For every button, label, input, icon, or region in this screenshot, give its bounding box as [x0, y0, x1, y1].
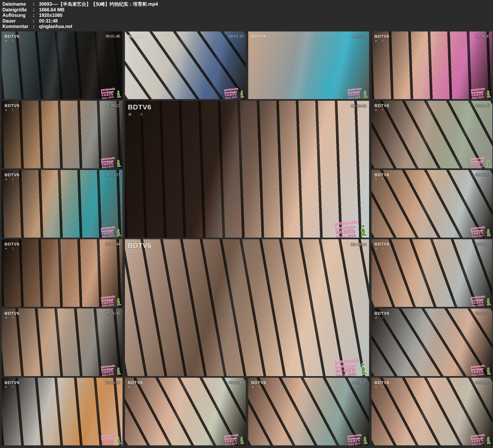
logo-text: peninsula bondage 半岛束艺台 Since 2018 — [224, 87, 239, 99]
kneeling-figure-icon — [239, 90, 245, 98]
kneeling-figure-icon — [485, 159, 491, 167]
watermark-sub-text: 捆 艺 — [128, 40, 143, 42]
timestamp-overlay: 00:30:07 — [476, 380, 490, 385]
logo-text: peninsula bondage 半岛束艺台 Since 2018 — [101, 433, 116, 445]
logo-text: peninsula bondage 半岛束艺台 Since 2018 — [334, 219, 359, 238]
watermark-sub-text: 捆 艺 — [375, 109, 389, 112]
thumbnail-grid: BDTV6 捆 艺 00:01:40 peninsula bondage 半岛束… — [2, 32, 493, 445]
video-thumbnail-14: BDTV6 捆 艺 00:23:25 peninsula bondage 半岛束… — [371, 308, 493, 376]
bdtv6-watermark: BDTV6 捆 艺 — [4, 311, 20, 319]
peninsula-bondage-logo: peninsula bondage 半岛束艺台 Since 2018 — [471, 433, 491, 445]
kneeling-figure-icon — [362, 437, 368, 444]
timestamp-overlay: 00:28:27 — [352, 380, 367, 385]
logo-text: peninsula bondage 半岛束艺台 Since 2018 — [471, 87, 486, 99]
logo-text: peninsula bondage 半岛束艺台 Since 2018 — [101, 226, 116, 238]
watermark-sub-text: 捆 艺 — [252, 40, 266, 42]
peninsula-bondage-logo: peninsula bondage 半岛束艺台 Since 2018 — [101, 225, 121, 238]
timestamp-overlay: 00:21:45 — [106, 311, 120, 316]
logo-text: peninsula bondage 半岛束艺台 Since 2018 — [471, 364, 486, 376]
logo-text: peninsula bondage 半岛束艺台 Since 2018 — [224, 433, 239, 445]
watermark-station-text: BDTV6 — [128, 242, 151, 250]
bdtv6-watermark: BDTV6 捆 艺 — [374, 172, 389, 181]
timestamp-overlay: 00:08:22 — [106, 103, 120, 108]
logo-text: peninsula bondage 半岛束艺台 Since 2018 — [101, 364, 116, 376]
timestamp-overlay: 00:15:03 — [476, 172, 490, 177]
bdtv6-watermark: BDTV6 捆 艺 — [251, 380, 266, 389]
metadata-row: Auflösung : 1920x1080 — [2, 12, 158, 18]
metadata-label: Auflösung — [2, 12, 33, 18]
video-thumbnail-13: BDTV6 捆 艺 00:21:45 peninsula bondage 半岛束… — [2, 308, 123, 376]
metadata-row: Dateiname : 30693----【半岛束艺台】【矢崎】约拍纪实：培育柜… — [2, 1, 158, 7]
bdtv6-watermark: BDTV6 捆 艺 — [128, 242, 151, 255]
watermark-station-text: BDTV6 — [251, 34, 266, 39]
timestamp-overlay: 00:16:44 — [106, 242, 120, 246]
video-thumbnail-1: BDTV6 捆 艺 00:01:40 peninsula bondage 半岛束… — [2, 32, 123, 99]
peninsula-bondage-logo: peninsula bondage 半岛束艺台 Since 2018 — [334, 356, 368, 376]
logo-text: peninsula bondage 半岛束艺台 Since 2018 — [101, 295, 116, 307]
bdtv6-watermark: BDTV6 捆 艺 — [374, 103, 389, 112]
kneeling-figure-icon — [359, 224, 368, 237]
video-thumbnail-2: BDTV6 捆 艺 00:03:20 peninsula bondage 半岛束… — [125, 32, 246, 99]
bdtv6-watermark: BDTV6 捆 艺 — [128, 103, 151, 116]
bdtv6-watermark: BDTV6 捆 艺 — [128, 34, 143, 42]
peninsula-bondage-logo: peninsula bondage 半岛束艺台 Since 2018 — [471, 364, 491, 376]
metadata-label: Dateigröße — [2, 7, 33, 13]
watermark-station-text: BDTV6 — [374, 103, 389, 108]
bdtv6-watermark: BDTV6 捆 艺 — [4, 380, 20, 389]
bdtv6-watermark: BDTV6 捆 艺 — [374, 34, 389, 42]
watermark-station-text: BDTV6 — [374, 34, 389, 39]
video-thumbnail-5: BDTV6 捆 艺 00:08:22 peninsula bondage 半岛束… — [2, 101, 123, 168]
watermark-sub-text: 捆 艺 — [375, 247, 389, 250]
logo-text: peninsula bondage 半岛束艺台 Since 2018 — [471, 226, 486, 238]
metadata-separator: : — [33, 12, 37, 18]
metadata-row: Dauer : 00:31:48 — [2, 18, 158, 24]
metadata-label: Dauer — [2, 18, 33, 24]
kneeling-figure-icon — [116, 437, 121, 444]
timestamp-overlay: 00:26:46 — [229, 380, 243, 385]
video-thumbnail-3: BDTV6 捆 艺 00:05:01 peninsula bondage 半岛束… — [248, 32, 369, 99]
kneeling-figure-icon — [116, 90, 121, 98]
watermark-station-text: BDTV6 — [128, 34, 143, 39]
bdtv6-watermark: BDTV6 捆 艺 — [128, 380, 143, 389]
metadata-row: Dateigröße : 1666.64 MB — [2, 7, 158, 13]
watermark-station-text: BDTV6 — [4, 380, 20, 385]
bdtv6-watermark: BDTV6 捆 艺 — [4, 103, 20, 112]
video-thumbnail-8: BDTV6 捆 艺 00:13:23 peninsula bondage 半岛束… — [2, 170, 123, 238]
peninsula-bondage-logo: peninsula bondage 半岛束艺台 Since 2018 — [101, 294, 121, 307]
watermark-sub-text: 捆 艺 — [128, 113, 151, 116]
metadata-value: 1920x1080 — [39, 12, 62, 18]
bdtv6-watermark: BDTV6 捆 艺 — [251, 34, 266, 42]
kneeling-figure-icon — [116, 298, 121, 306]
watermark-sub-text: 捆 艺 — [375, 40, 389, 42]
watermark-sub-text: 捆 艺 — [5, 317, 20, 319]
peninsula-bondage-logo: peninsula bondage 半岛束艺台 Since 2018 — [334, 218, 368, 238]
watermark-sub-text: 捆 艺 — [5, 178, 20, 181]
video-thumbnail-6: BDTV6 捆 艺 00:10:02 peninsula bondage 半岛束… — [125, 101, 369, 238]
kneeling-figure-icon — [239, 437, 245, 444]
metadata-label: Dateiname — [2, 1, 33, 7]
watermark-sub-text: 捆 艺 — [128, 251, 151, 255]
kneeling-figure-icon — [116, 229, 121, 236]
timestamp-overlay: 00:23:25 — [476, 311, 490, 316]
bdtv6-watermark: BDTV6 捆 艺 — [374, 311, 389, 319]
watermark-sub-text: 捆 艺 — [5, 386, 20, 389]
timestamp-overlay: 00:03:20 — [229, 34, 243, 39]
timestamp-overlay: 00:25:06 — [106, 380, 120, 385]
peninsula-bondage-logo: peninsula bondage 半岛束艺台 Since 2018 — [101, 433, 121, 445]
watermark-sub-text: 捆 艺 — [375, 317, 389, 319]
bdtv6-watermark: BDTV6 捆 艺 — [4, 242, 20, 250]
kneeling-figure-icon — [116, 159, 121, 167]
bdtv6-watermark: BDTV6 捆 艺 — [374, 242, 389, 250]
video-thumbnail-9: BDTV6 捆 艺 00:15:03 peninsula bondage 半岛束… — [371, 170, 493, 238]
logo-text: peninsula bondage 半岛束艺台 Since 2018 — [334, 358, 359, 376]
metadata-label: Kommentar — [2, 24, 33, 29]
kneeling-figure-icon — [485, 229, 491, 236]
logo-text: peninsula bondage 半岛束艺台 Since 2018 — [471, 295, 486, 307]
kneeling-figure-icon — [485, 298, 491, 306]
logo-text: peninsula bondage 半岛束艺台 Since 2018 — [101, 87, 116, 99]
video-thumbnail-11: BDTV6 捆 艺 00:18:24 peninsula bondage 半岛束… — [125, 239, 369, 376]
bdtv6-watermark: BDTV6 捆 艺 — [374, 380, 389, 389]
peninsula-bondage-logo: peninsula bondage 半岛束艺台 Since 2018 — [471, 225, 491, 238]
watermark-station-text: BDTV6 — [374, 380, 389, 385]
logo-text: peninsula bondage 半岛束艺台 Since 2018 — [347, 433, 363, 445]
